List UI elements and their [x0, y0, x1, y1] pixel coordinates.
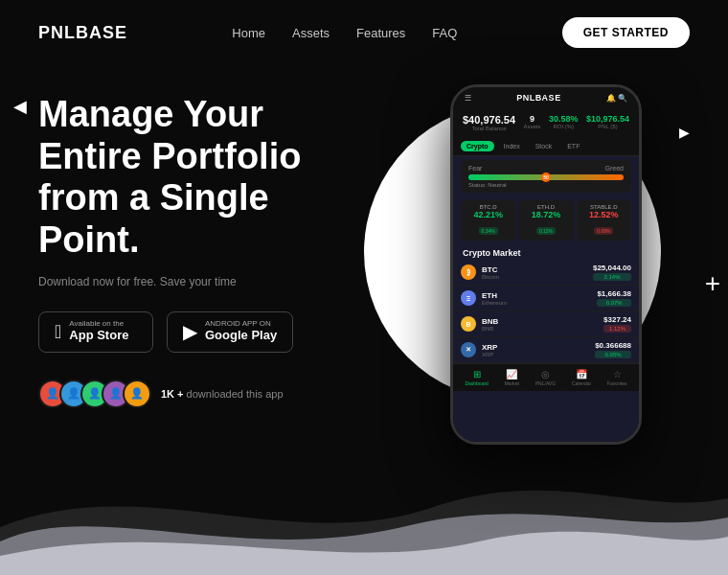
market-row-xrp: ✕ XRP XRP $0.366688 0.95%: [453, 337, 639, 363]
xrp-price-block: $0.366688 0.95%: [595, 341, 631, 358]
eth-info: ETH Ethereum: [482, 291, 597, 306]
plus-decoration: +: [705, 268, 720, 299]
featured-coins: BTC.D 42.21% 0.34% ETH.D 18.72% 0.12% ST…: [453, 196, 639, 244]
pnl-label: PNL/AVG: [535, 380, 556, 386]
coin-card-ethd: ETH.D 18.72% 0.12%: [518, 200, 573, 241]
bnb-price-block: $327.24 1.12%: [603, 315, 631, 333]
tab-crypto[interactable]: Crypto: [461, 141, 494, 151]
bottom-nav-favorites[interactable]: ☆ Favorites: [607, 369, 627, 386]
pnl-number: $10,976.54: [586, 114, 629, 124]
total-balance: $40,976.54 Total Balance: [463, 114, 515, 131]
phone-icons: 🔔 🔍: [606, 94, 627, 103]
coin-ethd-pct: 18.72%: [522, 210, 569, 219]
market-row-btc: ₿ BTC Bitcoin $25,044.00 2.14%: [453, 260, 639, 286]
download-label: downloaded this app: [187, 388, 284, 400]
nav-faq[interactable]: FAQ: [432, 26, 457, 40]
download-count: 1K +: [161, 388, 184, 400]
social-proof: 👤 👤 👤 👤 👤 1K + downloaded this app: [38, 380, 345, 408]
phone-bottom-nav: ⊞ Dashboard 📈 Market ◎ PNL/AVG 📅 Calenda…: [453, 363, 639, 391]
bnb-price: $327.24: [603, 315, 631, 324]
tab-index[interactable]: Index: [498, 141, 526, 151]
hero-left: Manage Your Entire Portfolio from a Sing…: [38, 84, 345, 445]
fear-greed-bar: 50: [468, 174, 624, 180]
avatar: 👤: [123, 380, 151, 408]
market-label: Market: [505, 380, 519, 386]
google-play-button[interactable]: ▶ ANDROID APP ON Google Play: [167, 311, 293, 353]
eth-full: Ethereum: [482, 300, 597, 306]
wave-decoration: [0, 450, 728, 575]
fg-status: Status: Neutral: [468, 182, 624, 188]
xrp-name: XRP: [482, 343, 595, 352]
bottom-nav-calendar[interactable]: 📅 Calendar: [572, 369, 591, 386]
fg-dot: 50: [541, 172, 551, 182]
btc-icon: ₿: [461, 264, 476, 280]
eth-price: $1,666.38: [597, 289, 631, 298]
phone-screen: ☰ PNLBASE 🔔 🔍 $40,976.54 Total Balance 9…: [453, 87, 639, 442]
bnb-name: BNB: [482, 317, 603, 326]
btc-price-block: $25,044.00 2.14%: [593, 264, 631, 281]
tab-etf[interactable]: ETF: [561, 141, 585, 151]
pnl-icon: ◎: [541, 369, 550, 380]
nav-features[interactable]: Features: [356, 26, 405, 40]
xrp-icon: ✕: [461, 342, 476, 357]
google-play-icon: ▶: [183, 320, 197, 343]
coin-stable-pct: 12.52%: [580, 210, 627, 219]
phone-topbar: ☰ PNLBASE 🔔 🔍: [453, 87, 639, 108]
nav-assets[interactable]: Assets: [292, 26, 330, 40]
balance-row: $40,976.54 Total Balance 9 Assets 30.58%…: [453, 108, 639, 137]
fear-greed-widget: Fear Greed 50 Status: Neutral: [461, 160, 631, 193]
google-play-text: ANDROID APP ON Google Play: [205, 320, 277, 344]
get-started-button[interactable]: GET STARTED: [562, 17, 690, 48]
roi-label: ROI (%): [553, 124, 574, 129]
btc-name: BTC: [482, 265, 593, 274]
pnl-value: $10,976.54 PNL ($): [586, 114, 629, 131]
bottom-nav-dashboard[interactable]: ⊞ Dashboard: [465, 369, 488, 386]
hamburger-icon: ☰: [465, 94, 471, 103]
arrow-small-decoration: ▶: [679, 125, 690, 140]
nav-links: Home Assets Features FAQ: [232, 24, 457, 41]
coin-card-btcd: BTC.D 42.21% 0.34%: [461, 200, 515, 241]
assets-count: 9 Assets: [524, 114, 541, 131]
bnb-info: BNB BNB: [482, 317, 603, 332]
total-balance-label: Total Balance: [472, 126, 507, 131]
app-store-button[interactable]:  Available on the App Store: [38, 311, 153, 353]
coin-btcd-pct: 42.21%: [465, 210, 512, 219]
eth-name: ETH: [482, 291, 597, 300]
arrow-left-decoration: ◀: [13, 96, 27, 117]
eth-change: 0.07%: [597, 299, 631, 307]
btc-price: $25,044.00: [593, 264, 631, 272]
coin-ethd-badge: 0.12%: [536, 227, 556, 235]
bnb-icon: B: [461, 316, 476, 332]
app-store-text: Available on the App Store: [69, 320, 128, 344]
btc-change: 2.14%: [593, 273, 631, 281]
hero-subtitle: Download now for free. Save your time: [38, 275, 345, 288]
coin-btcd-badge: 0.34%: [479, 227, 498, 235]
calendar-icon: 📅: [576, 369, 587, 380]
apple-icon: : [55, 321, 61, 343]
total-balance-value: $40,976.54: [463, 114, 515, 126]
pnl-label: PNL ($): [598, 124, 617, 129]
phone-tabs: Crypto Index Stock ETF: [453, 137, 639, 156]
nav-home[interactable]: Home: [232, 26, 265, 40]
dashboard-label: Dashboard: [465, 380, 488, 386]
xrp-change: 0.95%: [595, 351, 631, 358]
bottom-nav-market[interactable]: 📈 Market: [505, 369, 519, 386]
market-header: Crypto Market: [453, 244, 639, 260]
xrp-full: XRP: [482, 352, 595, 357]
tab-stock[interactable]: Stock: [530, 141, 558, 151]
greed-label: Greed: [605, 165, 624, 172]
btc-info: BTC Bitcoin: [482, 265, 593, 280]
roi-number: 30.58%: [549, 114, 579, 124]
google-play-name: Google Play: [205, 328, 277, 344]
phone-logo: PNLBASE: [516, 93, 561, 103]
bottom-nav-pnl[interactable]: ◎ PNL/AVG: [535, 369, 556, 386]
market-row-bnb: B BNB BNB $327.24 1.12%: [453, 311, 639, 337]
app-store-name: App Store: [69, 328, 128, 344]
fear-label: Fear: [468, 165, 482, 172]
navbar: PNLBASE Home Assets Features FAQ GET STA…: [0, 0, 728, 65]
social-proof-text: 1K + downloaded this app: [161, 388, 284, 400]
assets-label: Assets: [524, 124, 541, 129]
calendar-label: Calendar: [572, 380, 591, 386]
coin-stable-badge: 0.08%: [594, 227, 613, 235]
app-store-available: Available on the: [69, 320, 128, 328]
